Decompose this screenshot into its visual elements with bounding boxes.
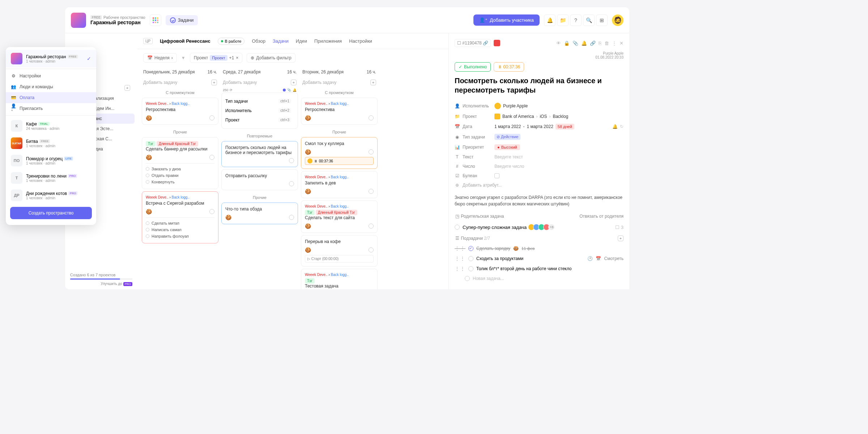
copy-icon[interactable]: ⎘ [599,41,601,46]
status-pill[interactable]: В работе [218,38,245,45]
new-subtask-input[interactable]: Новая задача... [455,274,624,283]
task-card[interactable]: Смол ток у куллера🍪⏸00:37:36 [301,137,378,169]
hint-row[interactable]: Исполнительctrl+2 [225,106,294,115]
timer-row[interactable]: ⏸00:37:36 [305,157,374,165]
subtask-row[interactable]: ⋮⋮Сходить за продуктами🕐📅Смотреть [455,254,624,264]
workspace-current[interactable]: Гаражный ресторанFREE1 человек · admin ✓ [6,50,96,67]
view-link[interactable]: Смотреть [604,256,624,261]
menu-billing[interactable]: 💳Оплата [6,92,96,103]
nav-overview[interactable]: Обзор [252,38,265,44]
boolean-input[interactable] [494,173,624,178]
complete-circle[interactable] [209,115,214,120]
task-card[interactable]: Weeek Deve.. › Back logg..Встреча с Сере… [142,191,218,243]
start-timer[interactable]: ▷ Старт (00:00:00) [305,255,374,263]
checkbox[interactable] [468,256,473,261]
eye-icon[interactable]: 👁 [556,41,561,46]
hint-row[interactable]: Проектctrl+3 [225,115,294,125]
task-card[interactable]: Перерыв на кофе🍪▷ Старт (00:00:00) [301,235,378,267]
drag-handle[interactable]: ⋮⋮ [455,256,465,261]
drag-handle[interactable]: ⋮⋮ [455,246,465,251]
tasks-tab[interactable]: Задачи [166,15,198,25]
subtask-item[interactable]: Направить фолоуап [146,233,214,239]
lock-icon[interactable]: 🔒 [564,41,570,46]
menu-settings[interactable]: ⚙Настройки [6,71,96,81]
task-card[interactable]: Weeek Deve.. › Back logg..Ретроспектива🍪 [142,98,218,125]
bell-icon[interactable]: 🔔 [544,14,556,26]
add-project-icon[interactable]: + [124,85,130,91]
complete-circle[interactable] [369,224,374,229]
subtask-item[interactable]: Конвертнуть [146,179,214,185]
subtask-item[interactable]: Сделать митап [146,220,214,226]
add-attribute[interactable]: ⊕Добавить атрибут... [455,180,624,190]
task-card[interactable]: Что-то типа обэда🍪 [221,203,298,224]
number-input[interactable]: Введите число [494,164,624,169]
subtask-item[interactable]: Написать самап [146,226,214,233]
date-value[interactable]: 1 марта 2022 - 1 марта 202258 дней🔔↻ [494,124,624,129]
parent-task-row[interactable]: Супер-пупер сложная задача+8☐ 3 [455,221,624,233]
project-value[interactable]: Bank of America›iOS›Backlog [494,114,624,119]
complete-circle[interactable] [209,209,214,214]
task-card[interactable]: Посмотреть сколько людей на бизнесе и пе… [221,141,298,167]
menu-invite[interactable]: 👤⁺Пригласить [6,103,96,114]
filter-icon[interactable]: ▼ [181,55,186,60]
complete-circle[interactable] [209,155,214,160]
view-week[interactable]: 📅 Неделя › [143,53,177,63]
bell-icon[interactable]: 🔔 [581,41,587,46]
task-card[interactable]: ТэгДлинный Красный ТэгСделать баннер для… [142,137,218,189]
repeat-icon[interactable]: ↻ [620,124,624,129]
trash-icon[interactable]: 🗑 [604,41,609,46]
subtask-item[interactable]: Заказать у диза [146,166,214,172]
task-card[interactable]: Weeek Deve.. › Back logg..Запилить в дев… [301,171,378,198]
nav-tasks[interactable]: Задачи [273,38,289,44]
color-tag[interactable] [494,40,500,46]
complete-circle[interactable] [369,247,374,252]
done-status[interactable]: ✓ Выполнено [455,62,491,72]
apps-button[interactable] [150,14,161,26]
add-task-input[interactable]: Добавить задачу+ [142,77,218,88]
grid-icon[interactable]: ⊞ [596,14,608,26]
folder-icon[interactable]: 📁 [557,14,569,26]
workspace-item[interactable]: GUITARБитваFREE1 человек · admin [6,135,96,152]
nav-apps[interactable]: Приложения [314,38,342,44]
workspace-item[interactable]: ПОПомидор и огурецLITE1 человек · admin [6,152,96,169]
help-icon[interactable]: ? [570,14,582,26]
drag-handle[interactable]: ⋮⋮ [455,266,465,272]
filter-project[interactable]: Проект Проект +1 × [190,53,242,63]
close-icon[interactable]: ✕ [620,41,624,46]
attach-icon[interactable]: 📎 [573,41,578,46]
search-icon[interactable]: 🔍 [583,14,595,26]
menu-people[interactable]: 👥Люди и команды [6,81,96,92]
hint-row[interactable]: Тип задачиctrl+1 [225,97,294,106]
text-input[interactable]: Введите текст [494,154,624,159]
complete-circle[interactable] [369,149,374,154]
more-icon[interactable]: ⋮ [612,41,617,46]
checkbox[interactable] [468,266,473,271]
add-task-input[interactable]: Добавить задачу+ [221,77,298,88]
task-card[interactable]: Weeek Deve.. › Back logg..ТэгДлинный Кра… [301,200,378,233]
nav-ideas[interactable]: Идеи [296,38,307,44]
complete-circle[interactable] [289,158,294,163]
complete-circle[interactable] [369,189,374,194]
user-avatar[interactable]: 🧔 [612,14,624,26]
subtask-item[interactable]: Отдать правки [146,172,214,179]
checkbox[interactable] [468,246,473,251]
task-title[interactable]: Посмотреть сколько людей на бизнесе и пе… [455,76,624,95]
link-icon[interactable]: 🔗 [590,41,596,46]
clock-icon[interactable]: 🕐 [587,256,593,261]
complete-circle[interactable] [289,215,294,220]
subtask-row[interactable]: ⋮⋮Толик бл*т* второй день на работе чини… [455,264,624,274]
workspace-item[interactable]: ККафеTRIAL24 человека · admin [6,117,96,135]
create-workspace-button[interactable]: Создать пространство [10,207,92,219]
project-name[interactable]: Цифровой Ренессанс [160,38,210,44]
timer-pill[interactable]: ⏸ 00:37:36 [494,62,524,72]
task-card[interactable]: Weeek Deve.. › Back logg..ТэгТестовая за… [301,269,378,289]
workspace-item[interactable]: ТТренировки по лениPRO1 человек · admin [6,169,96,187]
add-subtask[interactable]: + [618,235,624,241]
calendar-icon[interactable]: 📅 [596,256,601,261]
subtask-row[interactable]: ⋮⋮Сделать зарядку🍪11 фев [455,243,624,254]
nav-settings[interactable]: Настройки [349,38,372,44]
type-value[interactable]: ⊘ Действие [494,134,624,140]
add-member-button[interactable]: 👤⁺Добавить участника [473,14,540,26]
complete-circle[interactable] [369,115,374,120]
task-description[interactable]: Знатно сегодня угарел с разработок DARPA… [455,194,624,207]
